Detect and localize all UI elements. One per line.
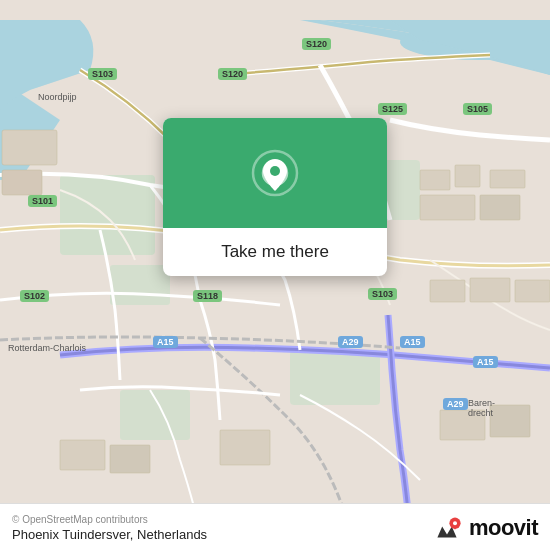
svg-rect-19 xyxy=(220,430,270,465)
moovit-brand-icon xyxy=(431,512,463,544)
road-badge-s118: S118 xyxy=(193,290,222,302)
svg-rect-7 xyxy=(2,130,57,165)
road-badge-s125: S125 xyxy=(378,103,407,115)
location-name: Phoenix Tuindersver, Netherlands xyxy=(12,527,207,542)
road-badge-s120-b: S120 xyxy=(218,68,247,80)
svg-rect-20 xyxy=(440,410,485,440)
road-badge-a15-b: A15 xyxy=(400,336,425,348)
svg-rect-16 xyxy=(515,280,550,302)
take-me-there-button[interactable]: Take me there xyxy=(163,228,387,276)
svg-rect-21 xyxy=(490,405,530,437)
road-badge-a29-b: A29 xyxy=(443,398,468,410)
road-badge-a15-c: A15 xyxy=(473,356,498,368)
road-badge-s120-a: S120 xyxy=(302,38,331,50)
moovit-text: moovit xyxy=(469,515,538,541)
svg-rect-3 xyxy=(110,265,170,305)
svg-rect-18 xyxy=(110,445,150,473)
svg-point-24 xyxy=(270,166,280,176)
copyright-text: © OpenStreetMap contributors xyxy=(12,514,207,525)
location-pin-icon xyxy=(251,149,299,197)
svg-rect-15 xyxy=(470,278,510,302)
svg-rect-14 xyxy=(430,280,465,302)
svg-rect-10 xyxy=(455,165,480,187)
bottom-left: © OpenStreetMap contributors Phoenix Tui… xyxy=(12,514,207,542)
svg-rect-11 xyxy=(490,170,525,188)
popup-green-area xyxy=(163,118,387,228)
svg-rect-2 xyxy=(60,175,155,255)
svg-rect-17 xyxy=(60,440,105,470)
moovit-logo: moovit xyxy=(431,512,538,544)
road-badge-s102: S102 xyxy=(20,290,49,302)
svg-rect-12 xyxy=(420,195,475,220)
road-badge-s103-b: S103 xyxy=(368,288,397,300)
road-badge-a29-a: A29 xyxy=(338,336,363,348)
road-badge-s103-a: S103 xyxy=(88,68,117,80)
road-badge-s105: S105 xyxy=(463,103,492,115)
bottom-bar: © OpenStreetMap contributors Phoenix Tui… xyxy=(0,503,550,550)
road-badge-s101: S101 xyxy=(28,195,57,207)
svg-rect-13 xyxy=(480,195,520,220)
svg-point-26 xyxy=(453,521,457,525)
map-container: S101 S102 S103 S118 S103 S120 S120 S125 … xyxy=(0,0,550,550)
svg-rect-9 xyxy=(420,170,450,190)
road-badge-a15-a: A15 xyxy=(153,336,178,348)
popup-card: Take me there xyxy=(163,118,387,276)
svg-rect-8 xyxy=(2,170,42,195)
